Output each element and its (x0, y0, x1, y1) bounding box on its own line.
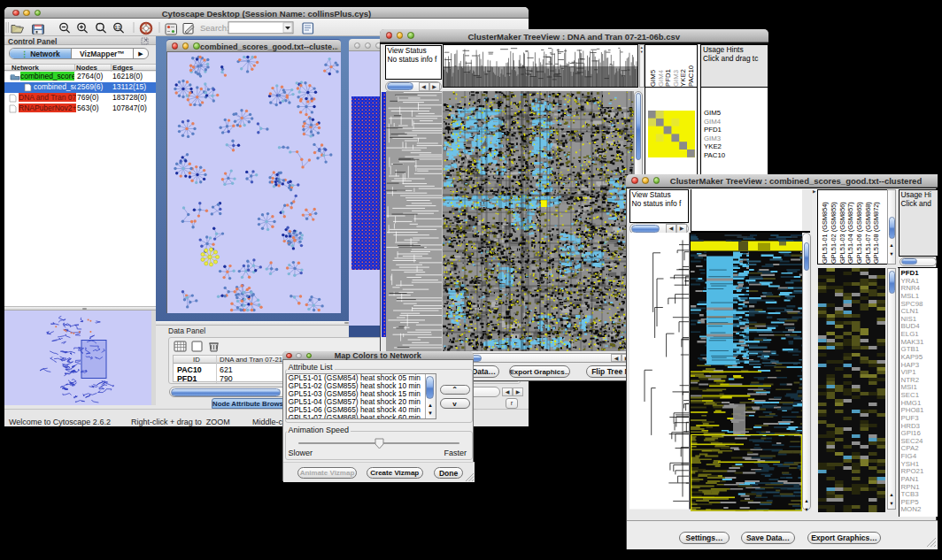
svg-text:1:1: 1:1 (115, 26, 121, 30)
svg-text:PAC10: PAC10 (687, 65, 695, 87)
svg-text:GPL51-04 (GSM857): GPL51-04 (GSM857) (846, 202, 854, 264)
svg-text:Search:: Search: (200, 23, 229, 33)
svg-text:GPL51-06 (GSM865): GPL51-06 (GSM865) (855, 202, 863, 264)
svg-text:GPL51-07 (GSM868): GPL51-07 (GSM868) (864, 202, 872, 264)
svg-text:GPL51-02 (GSM855): GPL51-02 (GSM855) (830, 202, 838, 264)
svg-text:GPL51-01 (GSM854): GPL51-01 (GSM854) (821, 202, 829, 264)
svg-text:GPL51-03 (GSM856): GPL51-03 (GSM856) (838, 202, 846, 264)
svg-text:GPL51-08 (GSM872): GPL51-08 (GSM872) (872, 202, 880, 264)
